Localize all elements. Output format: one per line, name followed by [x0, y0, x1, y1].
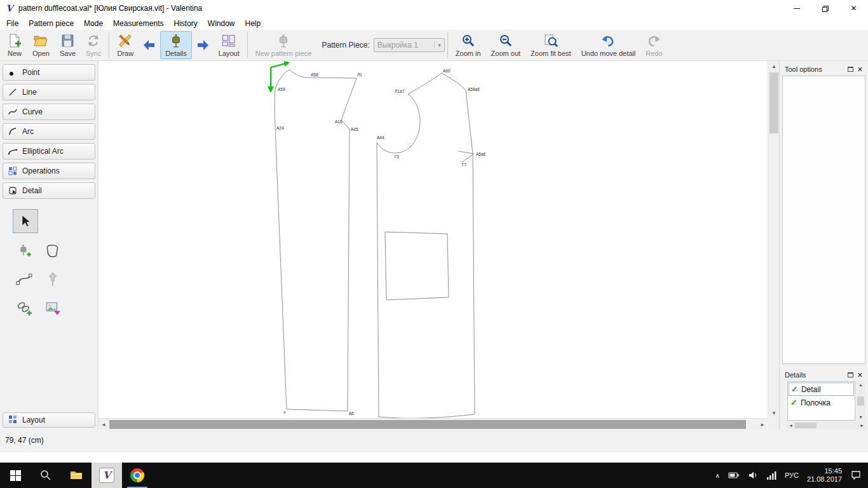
zoom-fit-label: Zoom fit best	[531, 50, 571, 57]
zoom-out-button[interactable]: Zoom out	[486, 31, 526, 59]
dress-form-icon	[168, 33, 184, 48]
internal-path-tool-button[interactable]	[13, 268, 36, 291]
network-signal-icon[interactable]	[766, 470, 776, 480]
taskbar-search-button[interactable]	[31, 463, 61, 488]
zoom-in-label: Zoom in	[456, 50, 481, 57]
volume-icon[interactable]	[748, 470, 758, 480]
menu-help[interactable]: Help	[240, 17, 266, 30]
scroll-right-icon[interactable]: ►	[860, 423, 864, 428]
new-detail-tool-button[interactable]	[41, 240, 64, 262]
zoom-in-icon	[461, 33, 476, 48]
export-details-tool-button[interactable]	[41, 297, 64, 320]
valentina-icon: V	[99, 468, 114, 483]
taskbar-chrome-button[interactable]	[122, 463, 153, 488]
tray-clock[interactable]: 15:45 21.08.2017	[807, 467, 842, 484]
start-button[interactable]	[0, 463, 31, 488]
language-indicator[interactable]: РУС	[785, 471, 799, 479]
scroll-left-icon[interactable]: ◄	[98, 419, 109, 430]
pattern-piece-front[interactable]	[377, 73, 475, 418]
arc-icon	[8, 126, 18, 137]
redo-button[interactable]: Redo	[641, 31, 667, 59]
tool-options-header: Tool options ✕	[782, 64, 865, 74]
taskbar-valentina-button[interactable]: V	[92, 463, 122, 488]
toolbox-section-line[interactable]: Line	[3, 84, 95, 100]
toolbox-section-arc[interactable]: Arc	[3, 123, 95, 140]
restore-button[interactable]	[811, 0, 839, 17]
vertical-scroll-thumb[interactable]	[770, 72, 778, 133]
details-list: ✓ Detail ✓ Полочка	[787, 381, 855, 421]
layout-mode-button[interactable]: Layout	[214, 31, 245, 59]
pin-tool-button[interactable]	[41, 268, 64, 291]
taskbar-file-explorer-button[interactable]	[61, 463, 92, 488]
new-document-icon	[7, 33, 22, 48]
dock-float-icon[interactable]	[848, 372, 853, 377]
menu-history[interactable]: History	[168, 17, 202, 30]
shape-outline-icon	[44, 243, 61, 259]
zoom-in-button[interactable]: Zoom in	[451, 31, 486, 59]
valentina-app-icon: V	[4, 3, 15, 13]
details-vertical-scrollbar[interactable]: ▲ ▼	[856, 381, 865, 421]
menubar: File Pattern piece Mode Measurements His…	[0, 17, 868, 30]
new-pattern-piece-icon	[276, 33, 291, 48]
zoom-fit-best-button[interactable]: Zoom fit best	[526, 31, 576, 59]
toolbox-section-detail[interactable]: Detail	[3, 182, 95, 199]
close-button[interactable]: ✕	[839, 0, 868, 17]
pattern-piece-combobox[interactable]: Выкройка 1 ▾	[374, 38, 445, 52]
tray-chevron-up-icon[interactable]: ∧	[715, 472, 720, 479]
toolbox-section-layout[interactable]: Layout	[3, 412, 95, 428]
dock-close-icon[interactable]: ✕	[857, 66, 863, 73]
vertical-scrollbar[interactable]: ▲ ▼	[768, 61, 779, 418]
pattern-canvas[interactable]: A59 A58 Л1 A24 A16 A45 A44 Г2 A60 Л1а7 A…	[98, 61, 768, 418]
horizontal-scrollbar[interactable]: ◄ ►	[98, 418, 768, 430]
insert-node-tool-button[interactable]	[13, 297, 36, 320]
draw-mode-button[interactable]: Draw	[112, 31, 139, 59]
details-list-item[interactable]: ✓ Detail	[789, 383, 854, 396]
details-list-item[interactable]: ✓ Полочка	[789, 396, 854, 409]
scroll-down-icon[interactable]: ▼	[768, 408, 780, 418]
details-hscroll-thumb[interactable]	[795, 423, 817, 428]
union-details-tool-button[interactable]	[13, 240, 36, 262]
new-pattern-piece-button[interactable]: New pattern piece	[250, 31, 317, 59]
check-icon: ✓	[790, 398, 797, 407]
details-vscroll-thumb[interactable]	[857, 396, 864, 405]
scroll-up-icon[interactable]: ▲	[858, 383, 863, 387]
dock-float-icon[interactable]	[848, 67, 853, 72]
horizontal-scroll-thumb[interactable]	[109, 420, 746, 429]
toolbox-section-curve[interactable]: Curve	[3, 104, 95, 120]
save-button[interactable]: Save	[55, 31, 81, 59]
sync-button[interactable]: Sync	[81, 31, 106, 59]
minimize-button[interactable]	[782, 0, 811, 17]
toolbox-section-point[interactable]: Point	[3, 64, 95, 81]
curve-node-icon	[16, 271, 32, 288]
titlebar: V pattern dufflecoat.val* [Юлия Свирская…	[0, 0, 868, 17]
scroll-right-icon[interactable]: ►	[757, 419, 768, 430]
menu-window[interactable]: Window	[203, 17, 240, 30]
pattern-piece-back[interactable]	[275, 70, 356, 411]
previous-mode-arrow[interactable]	[139, 31, 160, 59]
tool-options-dock: Tool options ✕	[782, 64, 865, 364]
menu-pattern-piece[interactable]: Pattern piece	[24, 17, 79, 30]
open-button[interactable]: Open	[27, 31, 55, 59]
dock-close-icon[interactable]: ✕	[857, 372, 863, 379]
scroll-down-icon[interactable]: ▼	[858, 415, 863, 419]
undo-button[interactable]: Undo move detail	[576, 31, 641, 59]
action-center-icon[interactable]	[850, 470, 862, 481]
select-tool-button-active[interactable]	[13, 209, 38, 233]
details-horizontal-scrollbar[interactable]: ◄ ►	[787, 421, 865, 430]
toolbox-section-operations[interactable]: Operations	[3, 163, 95, 179]
toolbox-section-elliptical-arc[interactable]: Elliptical Arc	[3, 143, 95, 159]
next-mode-arrow[interactable]	[192, 31, 214, 59]
scroll-left-icon[interactable]: ◄	[789, 423, 793, 428]
menu-measurements[interactable]: Measurements	[108, 17, 168, 30]
scroll-up-icon[interactable]: ▲	[768, 61, 780, 71]
combo-dropdown-icon: ▾	[434, 42, 441, 48]
new-button[interactable]: New	[2, 31, 27, 59]
pattern-piece-value: Выкройка 1	[377, 41, 418, 50]
details-mode-button[interactable]: Details	[160, 31, 192, 59]
menu-mode[interactable]: Mode	[79, 17, 108, 30]
battery-icon[interactable]	[728, 470, 740, 480]
pattern-drawing[interactable]: A59 A58 Л1 A24 A16 A45 A44 Г2 A60 Л1а7 A…	[98, 61, 768, 418]
point-label: Г2	[395, 154, 400, 159]
check-icon: ✓	[791, 384, 798, 394]
menu-file[interactable]: File	[1, 17, 24, 30]
